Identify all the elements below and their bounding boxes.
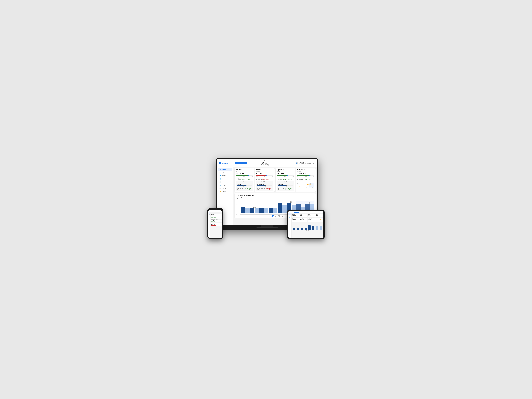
jahresverlauf-title: Entwicklung im Jahresverlauf [236,195,314,196]
annual-comparison-umsaetze: vs. Jan 2020 - Sep 2020 +53.613 € +8,8 %… [237,188,252,190]
trial-suffix: Tagen [265,163,267,164]
phone-days: 30 Tage [219,211,222,211]
kpi-value-liquiditaet: 936.454 € [298,172,314,175]
svg-text:Nov: Nov [299,187,299,188]
tablet-btn-preise[interactable]: Preise ansehen [309,211,314,213]
bar-plan-jan [245,209,249,213]
daten-einspielen-button[interactable]: Daten einspielen [235,162,247,164]
svg-text:Ausblick: Ausblick [310,183,311,184]
phone-bar-kosten [211,225,216,226]
svg-text:1 Mił: 1 Mił [298,183,298,184]
toggle-plan[interactable] [278,215,281,217]
phone: C companyon 30 Tage ⊞ 🔍 Cockpit Umsätze … [208,208,223,239]
progress-bar-ergebnis [277,175,294,176]
phone-kpi-annual: 667.654 € +53.413 € +8,8 % [211,220,222,222]
bar-plan-feb [254,208,259,213]
bar-plan-apr [273,208,277,213]
user-name: Klaus Bassek [299,162,314,163]
sidebar-item-planung[interactable]: 📖 Planung [218,187,233,190]
cockpit-icon: ⊞ [219,169,221,170]
tablet-bar-chart [292,224,323,230]
tablet-header: C companyon Daten einspielen Ihr Probeze… [288,211,323,213]
sidebar-item-liquiditaet[interactable]: 📊 Liquidität [218,174,233,177]
info-icon-liquiditaet[interactable]: ⓘ [304,169,304,171]
kennzahlen-icon: 📈 [219,181,221,183]
comparison-aug-liquiditaet: vs. Aug 2021 +21.861 € +2,3 % ↑ [298,177,314,179]
tablet-btn-daten[interactable]: Daten einspielen [294,212,299,213]
tablet: C companyon Daten einspielen Ihr Probeze… [287,210,324,239]
bar-group-jan: 110 T€ 90 T€ Jan 2021 [241,205,250,214]
tablet-jahresverlauf: Entwicklung im Jahresverlauf Zeige: Kost… [292,223,323,231]
kpi-title-umsaetze: Umsätze ⓘ [236,169,253,171]
zeige-label: Zeige: [236,197,239,199]
sidebar-label-bilanz: Bilanz [222,178,225,179]
y-axis-labels: 750 T€ 500 T€ 250 T€ 0 T€ -250 T€ [236,201,240,215]
kpi-period-ergebnis: Sep 2021 [277,171,294,172]
phone-notch [213,209,217,210]
bwa-icon: 🔍 [219,172,221,173]
info-icon-ergebnis[interactable]: ⓘ [283,169,284,171]
analyse-icon: 📉 [219,184,221,186]
svg-point-7 [306,185,306,185]
legend-plan: Plan [278,215,283,217]
bar-ist-feb [250,208,254,213]
tablet-app: C companyon Daten einspielen Ihr Probeze… [288,211,323,238]
sidebar-item-cockpit[interactable]: ⊞ Cockpit [218,168,233,171]
sidebar-label-planung: Planung [222,188,226,189]
bar-plan-mai [282,205,286,213]
comparison-aug-kosten: vs. Aug 2021 +5.016 € +5,9 % ↑ [256,177,273,179]
phone-sidebar-item: ⊞ [209,212,210,214]
kpi-period-liquiditaet: Sep 2021 [298,171,314,172]
phone-app: C companyon 30 Tage ⊞ 🔍 Cockpit Umsätze … [208,210,222,238]
arrow-up-ergebnis-2: ↑ [292,179,293,180]
tablet-logo: C companyon [289,212,293,212]
annual-progress-umsaetze [237,185,252,186]
info-icon-umsaetze[interactable]: ⓘ [241,169,242,171]
tablet-liq-chart [316,218,323,222]
bar-ist-jan [241,207,245,213]
zeige-select[interactable]: Kosten Umsätze Ergebnis [240,197,248,199]
kpi-card-liquiditaet: Liquidität ⓘ Sep 2021 936.454 € [296,168,316,192]
user-info: 👤 Klaus Bassek Wagner Produktionsbetrieb… [296,162,315,164]
user-details: Klaus Bassek Wagner Produktionsbetriebe … [299,162,314,164]
svg-point-16 [319,220,320,220]
sidebar-item-bwa[interactable]: 🔍 BWA [218,171,233,174]
kpi-title-kosten: Kosten ⓘ [256,169,273,171]
sidebar-item-berichte[interactable]: 📝 Berichte [218,190,233,193]
sidebar-item-analyse[interactable]: 📉 Analyse [218,184,233,187]
arrow-up-annual-ergebnis: ↑ [292,188,293,190]
comparison-aug-umsaetze: vs. Aug 2021 +34.160 € +15,6 % ↑ [236,177,253,179]
sidebar-item-bilanz[interactable]: 📄 Bilanz [218,177,233,180]
legend-ist: Ist [272,215,276,217]
toggle-ist[interactable] [272,215,274,217]
bar-ist-mai [278,203,282,213]
kpi-title-ergebnis: Ergebnis ⓘ [277,169,294,171]
logo-text: companyon [222,162,230,164]
progress-bar-umsaetze [236,175,253,176]
tablet-legend: ● Ist ● Plan [292,230,323,231]
tablet-annual-row: Laufendes Geschäftsjahr 667.654 € Laufen… [292,218,323,222]
monitor-base [256,227,278,228]
bar-group-apr: 105 T€ 100 T€ Apr 2021 [269,206,277,214]
tablet-sidebar-bwa: 🔍 [288,215,291,216]
tablet-trial: Ihr Probezeitraum endet in 30 Tagen [300,212,308,212]
kpi-card-umsaetze: Umsätze ⓘ Sep 2021 253.528 € [234,168,254,192]
kpi-row: Umsätze ⓘ Sep 2021 253.528 € [234,168,316,192]
trial-date: (bis 23.10.2021) [261,165,269,165]
bar-group-mai: 510 T€ 280 T€ Mai 2021 [278,201,287,214]
phone-bar-umsaetze [211,217,218,217]
tablet-kpi-liquiditaet: Liquidität Sep 2021 936.454 € +21.861 € … [316,214,323,217]
bar-ist-apr [269,208,273,213]
kpi-period-kosten: Sep 2021 [256,171,273,172]
sidebar-item-kennzahlen[interactable]: 📈 Kennzahlen [218,181,233,184]
arrow-down-icon-2: ↑ [269,179,270,180]
preise-ansehen-button[interactable]: Preise ansehen [283,162,294,165]
planung-icon: 📖 [219,188,221,189]
comparison-aug-ergebnis: vs. Aug 2021 +13.655 € +36,3 % ↑ [277,177,294,179]
info-icon-kosten[interactable]: ⓘ [261,169,262,171]
svg-text:Jan: Jan [301,187,302,188]
tablet-annual-kosten: Laufendes Geschäftsjahr 272.851 € [300,218,307,222]
svg-text:Sep: Sep [311,187,312,188]
sidebar-label-berichte: Berichte [222,191,226,192]
tablet-sidebar: ⊞ 🔍 📊 [288,213,291,238]
